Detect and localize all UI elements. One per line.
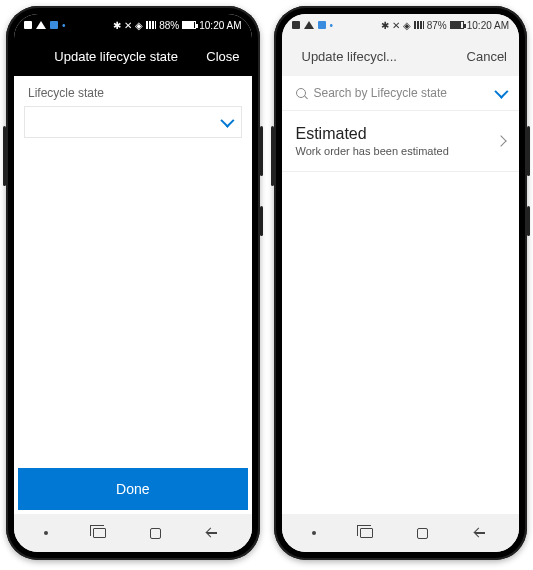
nav-back-icon[interactable]: [473, 527, 489, 539]
status-bar: • ✱ ✕ ◈ 87% 10:20 AM: [282, 14, 520, 36]
screen-right: • ✱ ✕ ◈ 87% 10:20 AM Update lifecycl... …: [282, 14, 520, 552]
lifecycle-state-option[interactable]: Estimated Work order has been estimated: [282, 111, 520, 172]
notification-image-icon: [292, 21, 300, 29]
app-header: Update lifecycle state Close: [14, 36, 252, 76]
search-placeholder: Search by Lifecycle state: [314, 86, 488, 100]
content-area: Search by Lifecycle state Estimated Work…: [282, 76, 520, 514]
content-area: Lifecycle state Done: [14, 76, 252, 514]
notification-image-icon: [24, 21, 32, 29]
clock: 10:20 AM: [467, 20, 509, 31]
notification-app-icon: [50, 21, 58, 29]
chevron-right-icon: [495, 135, 506, 146]
vibrate-icon: ✕: [124, 20, 132, 31]
option-title: Estimated: [296, 125, 449, 143]
app-header: Update lifecycl... Cancel: [282, 36, 520, 76]
option-subtitle: Work order has been estimated: [296, 145, 449, 157]
wifi-icon: ◈: [135, 20, 143, 31]
chevron-down-icon: [494, 85, 508, 99]
phone-left: • ✱ ✕ ◈ 88% 10:20 AM Update lifecycle st…: [6, 6, 260, 560]
bluetooth-icon: ✱: [113, 20, 121, 31]
signal-icon: [146, 21, 156, 29]
notification-app-icon: [318, 21, 326, 29]
cancel-button[interactable]: Cancel: [467, 49, 507, 64]
search-input[interactable]: Search by Lifecycle state: [282, 76, 520, 111]
search-icon: [296, 88, 306, 98]
nav-dot: [312, 531, 316, 535]
done-button[interactable]: Done: [18, 468, 248, 510]
page-title: Update lifecycl...: [294, 49, 467, 64]
nav-home-icon[interactable]: [417, 528, 428, 539]
nav-dot: [44, 531, 48, 535]
battery-icon: [182, 21, 196, 29]
notification-dot-icon: •: [330, 20, 334, 31]
done-button-label: Done: [116, 481, 149, 497]
battery-percent: 87%: [427, 20, 447, 31]
nav-recent-icon[interactable]: [93, 528, 106, 538]
signal-icon: [414, 21, 424, 29]
chevron-down-icon: [220, 114, 234, 128]
android-nav-bar: [14, 514, 252, 552]
nav-back-icon[interactable]: [205, 527, 221, 539]
phone-right: • ✱ ✕ ◈ 87% 10:20 AM Update lifecycl... …: [274, 6, 528, 560]
notification-dot-icon: •: [62, 20, 66, 31]
battery-percent: 88%: [159, 20, 179, 31]
status-bar: • ✱ ✕ ◈ 88% 10:20 AM: [14, 14, 252, 36]
vibrate-icon: ✕: [392, 20, 400, 31]
clock: 10:20 AM: [199, 20, 241, 31]
field-label: Lifecycle state: [14, 76, 252, 106]
close-button[interactable]: Close: [206, 49, 239, 64]
nav-home-icon[interactable]: [150, 528, 161, 539]
bluetooth-icon: ✱: [381, 20, 389, 31]
wifi-icon: ◈: [403, 20, 411, 31]
android-nav-bar: [282, 514, 520, 552]
notification-play-icon: [304, 21, 314, 29]
notification-play-icon: [36, 21, 46, 29]
screen-left: • ✱ ✕ ◈ 88% 10:20 AM Update lifecycle st…: [14, 14, 252, 552]
lifecycle-state-dropdown[interactable]: [24, 106, 242, 138]
nav-recent-icon[interactable]: [360, 528, 373, 538]
page-title: Update lifecycle state: [26, 49, 206, 64]
battery-icon: [450, 21, 464, 29]
